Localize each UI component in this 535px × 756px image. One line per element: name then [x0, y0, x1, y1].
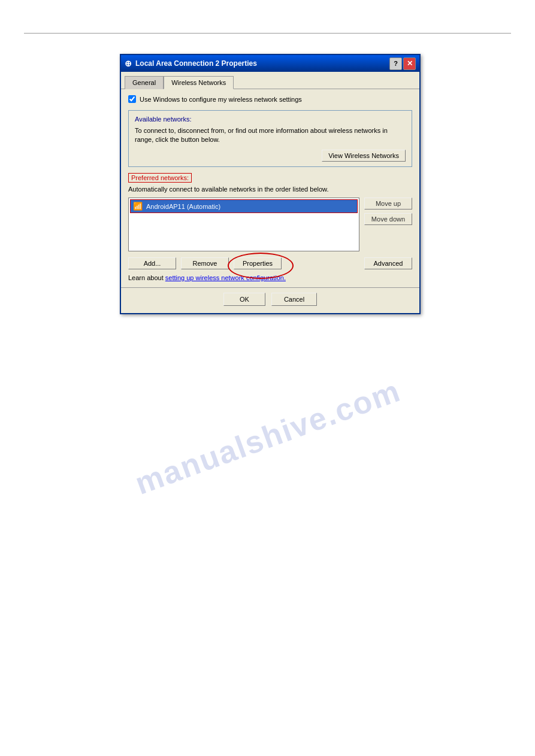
preferred-label: Preferred networks: — [128, 173, 192, 183]
tab-wireless-networks[interactable]: Wireless Networks — [164, 76, 234, 89]
window-icon: ⊕ — [125, 59, 132, 68]
properties-button[interactable]: Properties — [234, 257, 282, 269]
help-button[interactable]: ? — [389, 57, 402, 70]
action-buttons: Add... Remove Properties — [128, 257, 282, 269]
properties-btn-wrapper: Properties — [234, 257, 282, 269]
watermark: manualshive.com — [130, 372, 405, 502]
learn-row: Learn about setting up wireless network … — [128, 274, 412, 281]
wifi-icon: 📶 — [133, 202, 143, 211]
available-label: Available networks: — [135, 116, 406, 123]
networks-list: 📶 AndroidAP11 (Automatic) — [128, 198, 359, 251]
windows-configure-checkbox[interactable] — [128, 95, 136, 103]
tab-content: Use Windows to configure my wireless net… — [121, 89, 419, 287]
view-wireless-networks-button[interactable]: View Wireless Networks — [322, 150, 406, 162]
title-bar: ⊕ Local Area Connection 2 Properties ? ✕ — [121, 55, 419, 72]
action-bar: Add... Remove Properties Advanced — [128, 257, 412, 269]
list-item[interactable]: 📶 AndroidAP11 (Automatic) — [130, 199, 358, 213]
tab-bar: General Wireless Networks — [121, 72, 419, 89]
available-desc: To connect to, disconnect from, or find … — [135, 126, 406, 145]
network-name: AndroidAP11 (Automatic) — [146, 203, 220, 210]
available-networks-section: Available networks: To connect to, disco… — [128, 110, 412, 167]
move-down-button[interactable]: Move down — [364, 213, 412, 225]
view-networks-btn-wrapper: View Wireless Networks — [135, 150, 406, 162]
title-bar-left: ⊕ Local Area Connection 2 Properties — [125, 59, 257, 68]
learn-text: Learn about — [128, 274, 164, 281]
checkbox-label: Use Windows to configure my wireless net… — [140, 96, 302, 103]
remove-button[interactable]: Remove — [181, 257, 229, 269]
checkbox-row: Use Windows to configure my wireless net… — [128, 95, 412, 103]
title-bar-buttons: ? ✕ — [389, 57, 416, 70]
add-button[interactable]: Add... — [128, 257, 176, 269]
window-title: Local Area Connection 2 Properties — [135, 59, 257, 68]
dialog-footer: OK Cancel — [121, 287, 419, 313]
preferred-desc: Automatically connect to available netwo… — [128, 185, 412, 194]
preferred-area: 📶 AndroidAP11 (Automatic) Move up Move d… — [128, 198, 412, 251]
preferred-networks-section: Preferred networks: Automatically connec… — [128, 173, 412, 251]
tab-general[interactable]: General — [125, 76, 164, 89]
advanced-button[interactable]: Advanced — [364, 257, 412, 269]
dialog-wrapper: ⊕ Local Area Connection 2 Properties ? ✕… — [120, 54, 421, 314]
cancel-button[interactable]: Cancel — [271, 293, 317, 306]
move-up-button[interactable]: Move up — [364, 198, 412, 210]
ok-button[interactable]: OK — [223, 293, 265, 306]
page-divider — [24, 33, 511, 34]
close-button[interactable]: ✕ — [403, 57, 416, 70]
learn-link[interactable]: setting up wireless network configuratio… — [165, 274, 286, 281]
properties-window: ⊕ Local Area Connection 2 Properties ? ✕… — [120, 54, 421, 314]
side-buttons: Move up Move down — [364, 198, 412, 251]
